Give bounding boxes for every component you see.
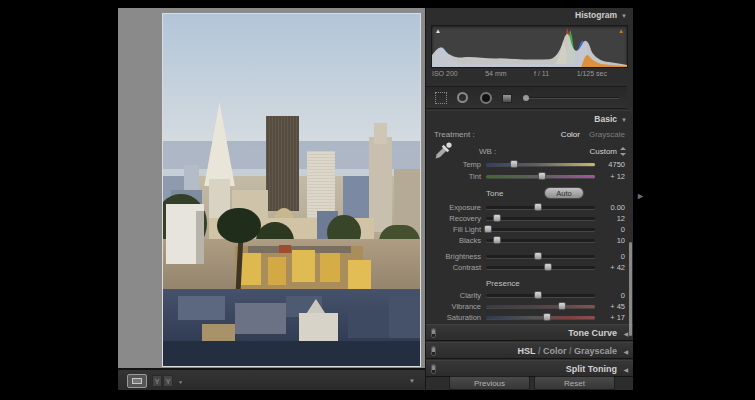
split-toning-title: Split Toning — [566, 364, 617, 374]
white-balance-row: WB : Custom — [426, 144, 633, 159]
expand-arrow-icon[interactable]: ◀ — [623, 330, 628, 337]
tool-strip-slider-knob[interactable] — [523, 95, 529, 101]
hsl-color-label[interactable]: Color — [543, 346, 567, 356]
photo-shape — [348, 260, 371, 292]
view-mode-dropdown-icon[interactable]: ▼ — [178, 379, 183, 385]
contrast-slider-track[interactable] — [486, 266, 595, 269]
reset-button[interactable]: Reset — [534, 376, 615, 390]
survey-view-icon[interactable]: Y — [163, 375, 173, 387]
panel-enable-toggle[interactable] — [431, 328, 436, 338]
temp-slider-thumb[interactable] — [510, 160, 518, 168]
tint-slider[interactable]: Tint + 12 — [426, 171, 633, 182]
tone-label: Tone — [486, 189, 503, 198]
wb-preset-dropdown-icon[interactable] — [620, 147, 626, 156]
slider-value: 12 — [597, 214, 625, 223]
hsl-grayscale-label[interactable]: Grayscale — [574, 346, 617, 356]
saturation-slider-track[interactable] — [486, 316, 595, 319]
histogram-panel-header[interactable]: Histogram▼ — [426, 10, 627, 24]
fill-light-slider-thumb[interactable] — [484, 225, 492, 233]
expand-arrow-icon[interactable]: ◀ — [623, 348, 628, 355]
temp-slider-track[interactable] — [486, 163, 595, 166]
slider-value: 0 — [597, 225, 625, 234]
saturation-slider[interactable]: Saturation + 17 — [426, 312, 633, 323]
panel-reveal-arrow-icon[interactable]: ► — [636, 191, 645, 201]
hsl-separator: / — [538, 346, 541, 356]
presence-header-row: Presence — [426, 279, 633, 289]
blacks-slider-track[interactable] — [486, 239, 595, 242]
tone-curve-panel-header[interactable]: Tone Curve ◀ — [426, 324, 633, 341]
crop-overlay-icon[interactable] — [435, 92, 447, 104]
vibrance-slider-thumb[interactable] — [558, 302, 566, 310]
iso-value: ISO 200 — [432, 70, 458, 81]
histogram[interactable]: ▲ ▲ — [431, 25, 628, 68]
basic-panel-header[interactable]: Basic▼ — [426, 114, 627, 128]
exif-info-row: ISO 200 54 mm f / 11 1/125 sec — [432, 70, 607, 81]
tint-slider-thumb[interactable] — [538, 172, 546, 180]
slider-label: Tint — [426, 172, 481, 181]
photo-shape — [163, 341, 420, 366]
compare-view-buttons[interactable]: Y Y — [152, 375, 173, 387]
exposure-slider-thumb[interactable] — [534, 203, 542, 211]
shadow-clipping-indicator-icon[interactable]: ▲ — [435, 28, 441, 34]
vibrance-slider[interactable]: Vibrance + 45 — [426, 301, 633, 312]
recovery-slider[interactable]: Recovery 12 — [426, 213, 633, 224]
saturation-slider-thumb[interactable] — [543, 313, 551, 321]
brightness-slider[interactable]: Brightness 0 — [426, 251, 633, 262]
slider-label: Temp — [426, 160, 481, 169]
spot-removal-icon[interactable] — [457, 92, 468, 103]
clarity-slider-thumb[interactable] — [534, 291, 542, 299]
panel-enable-toggle[interactable] — [431, 364, 436, 374]
slider-label: Contrast — [426, 263, 481, 272]
clarity-slider[interactable]: Clarity 0 — [426, 290, 633, 301]
develop-right-panel: Histogram▼ ▲ ▲ ISO 200 54 mm f / 11 1/12 — [425, 8, 633, 390]
loupe-view-icon[interactable] — [127, 374, 147, 388]
contrast-slider[interactable]: Contrast + 42 — [426, 262, 633, 273]
slider-value: + 45 — [597, 302, 625, 311]
histogram-graph — [432, 26, 627, 67]
slider-label: Fill Light — [426, 225, 481, 234]
collapse-arrow-icon[interactable]: ▼ — [621, 117, 627, 123]
treatment-grayscale-option[interactable]: Grayscale — [589, 130, 625, 139]
vibrance-slider-track[interactable] — [486, 305, 595, 308]
blacks-slider[interactable]: Blacks 10 — [426, 235, 633, 246]
split-toning-panel-header[interactable]: Split Toning ◀ — [426, 360, 633, 377]
previous-button[interactable]: Previous — [449, 376, 530, 390]
exposure-slider[interactable]: Exposure 0.00 — [426, 202, 633, 213]
compare-view-icon[interactable]: Y — [152, 375, 162, 387]
wb-preset-value[interactable]: Custom — [589, 147, 617, 156]
graduated-filter-icon[interactable] — [502, 94, 512, 103]
collapse-arrow-icon[interactable]: ▼ — [621, 13, 627, 19]
white-balance-eyedropper-icon[interactable] — [433, 141, 453, 161]
slider-label: Brightness — [426, 252, 481, 261]
contrast-slider-thumb[interactable] — [544, 263, 552, 271]
fill-light-slider[interactable]: Fill Light 0 — [426, 224, 633, 235]
temp-slider[interactable]: Temp 4750 — [426, 159, 633, 170]
recovery-slider-thumb[interactable] — [493, 214, 501, 222]
tool-strip-slider[interactable] — [524, 97, 619, 99]
panel-enable-toggle[interactable] — [431, 346, 436, 356]
fill-light-slider-track[interactable] — [486, 228, 595, 231]
treatment-label: Treatment : — [434, 130, 475, 139]
expand-arrow-icon[interactable]: ◀ — [623, 366, 628, 373]
auto-tone-button[interactable]: Auto — [544, 187, 584, 199]
panel-scrollbar[interactable] — [629, 242, 632, 336]
slider-value: 0 — [597, 252, 625, 261]
recovery-slider-track[interactable] — [486, 217, 595, 220]
blacks-slider-thumb[interactable] — [493, 236, 501, 244]
highlight-clipping-indicator-icon[interactable]: ▲ — [618, 28, 624, 34]
slider-label: Vibrance — [426, 302, 481, 311]
basic-title: Basic — [594, 114, 617, 124]
hsl-panel-header[interactable]: HSL / Color / Grayscale ◀ — [426, 342, 633, 359]
photo[interactable] — [163, 14, 420, 366]
treatment-color-option[interactable]: Color — [561, 130, 580, 139]
red-eye-correction-icon[interactable] — [480, 92, 492, 104]
view-toolbar: Y Y ▼ ▼ — [118, 368, 425, 390]
brightness-slider-thumb[interactable] — [534, 252, 542, 260]
slider-label: Blacks — [426, 236, 481, 245]
hsl-label[interactable]: HSL — [518, 346, 536, 356]
photo-shape — [389, 296, 420, 338]
divider — [426, 110, 633, 111]
toolbar-content-dropdown-icon[interactable]: ▼ — [409, 378, 415, 384]
slider-value: 4750 — [597, 160, 625, 169]
hsl-title: HSL / Color / Grayscale — [518, 346, 617, 356]
